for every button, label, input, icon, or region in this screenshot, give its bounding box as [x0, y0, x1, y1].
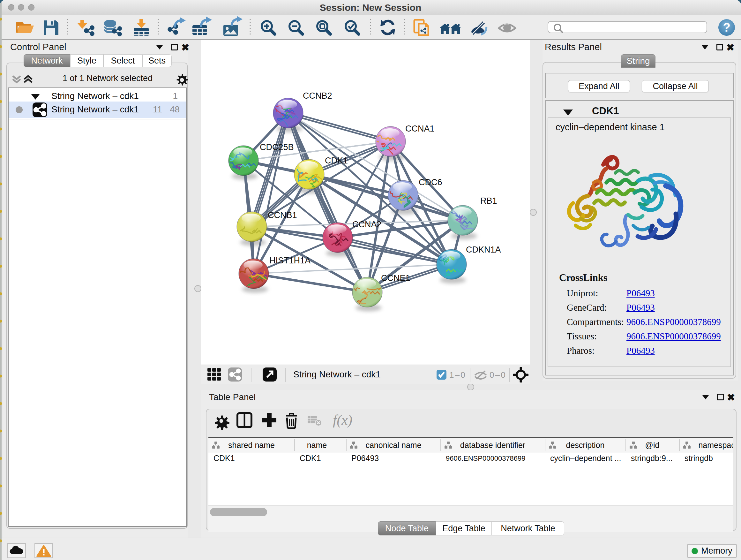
svg-text:CCNB2: CCNB2 — [303, 91, 332, 101]
svg-text:CDK1: CDK1 — [213, 454, 235, 462]
svg-text:CDK1: CDK1 — [325, 156, 348, 165]
svg-text:CDC6: CDC6 — [419, 178, 442, 187]
svg-text:@id: @id — [645, 441, 660, 449]
svg-text:CDC25B: CDC25B — [260, 142, 294, 152]
svg-text:CDK1: CDK1 — [300, 454, 321, 462]
svg-text:database identifier: database identifier — [460, 441, 525, 449]
svg-text:CCNA1: CCNA1 — [405, 124, 434, 133]
svg-text:f(x): f(x) — [333, 412, 352, 428]
svg-text:stringdb: stringdb — [684, 454, 713, 462]
svg-text:description: description — [566, 441, 605, 449]
svg-text:stringdb:9...: stringdb:9... — [631, 454, 673, 462]
svg-text:CDKN1A: CDKN1A — [466, 245, 501, 254]
svg-text:canonical name: canonical name — [365, 441, 421, 449]
svg-text:shared name: shared name — [228, 441, 275, 449]
svg-text:RB1: RB1 — [480, 196, 497, 206]
svg-text:CCNB1: CCNB1 — [268, 210, 297, 220]
svg-text:P06493: P06493 — [351, 454, 379, 462]
svg-text:9606.ENSP00000378699: 9606.ENSP00000378699 — [446, 454, 526, 462]
svg-text:CCNA2: CCNA2 — [352, 220, 382, 229]
svg-text:HIST1H1A: HIST1H1A — [269, 256, 311, 265]
svg-text:cyclin–dependent ...: cyclin–dependent ... — [550, 454, 621, 462]
svg-text:CCNE1: CCNE1 — [381, 273, 410, 283]
svg-text:?: ? — [723, 21, 730, 34]
svg-text:namespace: namespace — [698, 441, 733, 449]
svg-text:name: name — [307, 441, 327, 449]
